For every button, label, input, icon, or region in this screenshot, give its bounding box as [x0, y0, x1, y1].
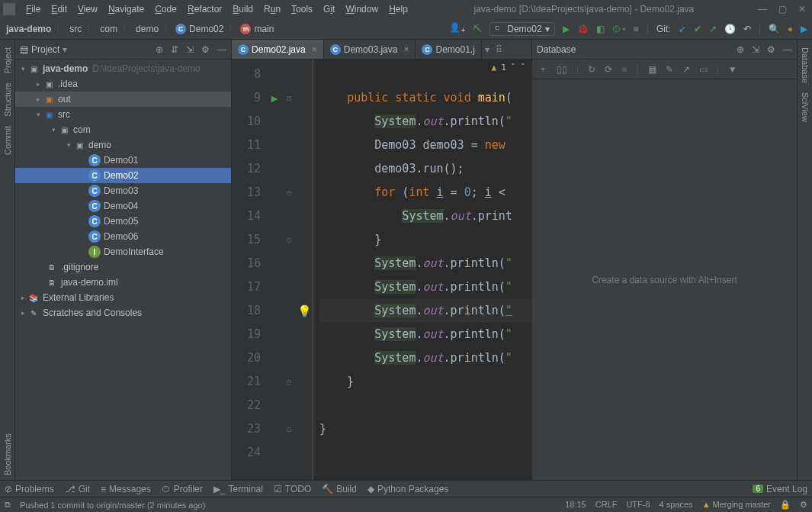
project-panel-title[interactable]: Project [31, 44, 59, 55]
crumb-class[interactable]: Demo02 [188, 22, 225, 36]
lightbulb-icon[interactable]: 💡 [297, 304, 312, 318]
stop-icon[interactable]: ■ [634, 24, 639, 34]
rail-commit[interactable]: Commit [3, 121, 12, 159]
indent-setting[interactable]: 4 spaces [660, 500, 693, 510]
menu-help[interactable]: Help [384, 2, 412, 16]
editor-tab-demo01[interactable]: C Demo01.j [416, 40, 481, 59]
tree-out[interactable]: ▸▣ out [15, 92, 231, 107]
tab-todo[interactable]: ☑ TODO [274, 484, 311, 494]
window-close[interactable]: ✕ [795, 4, 809, 14]
tree-gitignore[interactable]: 🗎.gitignore [15, 259, 231, 275]
table-icon[interactable]: ▦ [648, 64, 656, 75]
tab-problems[interactable]: ⊘ Problems [5, 484, 54, 494]
menu-tools[interactable]: Tools [287, 2, 317, 16]
tree-iml[interactable]: 🗎java-demo.iml [15, 275, 231, 290]
tree-src[interactable]: ▾▣ src [15, 107, 231, 122]
refresh-icon[interactable]: ↻ [588, 64, 595, 75]
window-minimize[interactable]: — [756, 4, 769, 14]
jump-icon[interactable]: ↗ [682, 64, 690, 75]
down-icon[interactable]: ˇ [520, 63, 525, 72]
up-icon[interactable]: ˆ [511, 63, 516, 72]
menu-navigate[interactable]: Navigate [104, 2, 149, 16]
bulb-gutter[interactable]: 💡 [296, 60, 313, 480]
tree-class-demo06[interactable]: CDemo06 [15, 229, 231, 244]
rail-database[interactable]: Database [801, 43, 810, 88]
tab-build[interactable]: 🔨 Build [322, 484, 357, 494]
expand-all-icon[interactable]: ⇵ [171, 44, 178, 55]
crumb-src[interactable]: src [68, 22, 83, 36]
rail-bookmarks[interactable]: Bookmarks [3, 429, 12, 480]
caret-position[interactable]: 18:15 [565, 500, 586, 510]
editor-tab-demo02[interactable]: C Demo02.java × [232, 40, 324, 59]
locate-icon[interactable]: ⊕ [737, 44, 744, 55]
git-push-icon[interactable]: ↗ [709, 24, 717, 34]
ide-features-icon[interactable]: ▶ [801, 24, 807, 34]
git-history-icon[interactable]: 🕓 [724, 24, 736, 34]
git-update-icon[interactable]: ↙ [679, 24, 686, 34]
rail-structure[interactable]: Structure [3, 78, 12, 121]
run-gutter[interactable]: ▶ [267, 60, 282, 480]
toolwindow-toggle-icon[interactable]: ⧉ [5, 500, 11, 510]
chevron-down-icon[interactable]: ▾ [63, 44, 67, 55]
file-encoding[interactable]: UTF-8 [626, 500, 650, 510]
git-rollback-icon[interactable]: ↶ [743, 24, 751, 34]
tree-com[interactable]: ▾▣ com [15, 122, 231, 137]
tree-demo[interactable]: ▾▣ demo [15, 137, 231, 153]
tab-profiler[interactable]: ⏲ Profiler [162, 484, 203, 494]
update-available-icon[interactable]: ● [788, 24, 793, 34]
git-commit-icon[interactable]: ✔ [694, 24, 701, 34]
tab-list-icon[interactable]: ⠿ [496, 44, 502, 55]
menu-build[interactable]: Build [228, 2, 258, 16]
tree-idea[interactable]: ▸▣ .idea [15, 76, 231, 92]
line-separator[interactable]: CRLF [595, 500, 618, 510]
more-tabs-icon[interactable]: ▾ [485, 44, 489, 55]
hide-panel-icon[interactable]: — [783, 44, 792, 55]
edit-icon[interactable]: ✎ [666, 64, 673, 75]
tree-external-libs[interactable]: ▸📚 External Libraries [15, 290, 231, 305]
tree-class-demo03[interactable]: CDemo03 [15, 183, 231, 198]
fold-gutter[interactable]: ⊟⊟⊡⊡⊡ [282, 60, 296, 480]
build-icon[interactable]: ⛏ [473, 24, 482, 34]
git-branch[interactable]: ▲ Merging master [702, 500, 771, 510]
profile-icon[interactable]: ⏲▾ [612, 24, 626, 34]
add-config-icon[interactable]: 👤+ [449, 22, 465, 34]
stop-icon[interactable]: ■ [621, 64, 627, 75]
rail-project[interactable]: Project [3, 43, 12, 78]
console-icon[interactable]: ▭ [699, 64, 708, 75]
tab-messages[interactable]: ≡ Messages [101, 484, 151, 494]
sync-icon[interactable]: ⟳ [605, 64, 612, 75]
select-opened-icon[interactable]: ⊕ [156, 44, 163, 55]
menu-window[interactable]: Window [341, 2, 383, 16]
editor-tab-demo03[interactable]: C Demo03.java × [324, 40, 416, 59]
add-datasource-icon[interactable]: ＋ [538, 63, 547, 76]
menu-code[interactable]: Code [150, 2, 181, 16]
menu-git[interactable]: Git [319, 2, 339, 16]
filter-icon[interactable]: ▼ [728, 64, 737, 75]
editor-gutter[interactable]: 89101112131415161718192021222324 ▶ ⊟⊟⊡⊡⊡… [232, 60, 313, 480]
project-tree[interactable]: ▾▣ java-demo D:\IdeaProjects\java-demo ▸… [15, 60, 231, 480]
close-icon[interactable]: × [309, 44, 317, 55]
inspection-widget[interactable]: ▲ 1 ˆ ˇ [489, 63, 529, 72]
run-config-selector[interactable]: C Demo02 ▾ [489, 22, 554, 36]
menu-refactor[interactable]: Refactor [183, 2, 226, 16]
crumb-com[interactable]: com [98, 22, 119, 36]
tree-class-demo02[interactable]: CDemo02 [15, 168, 231, 183]
rail-sciview[interactable]: SciView [801, 88, 810, 127]
editor-body[interactable]: ▲ 1 ˆ ˇ 89101112131415161718192021222324… [232, 60, 531, 480]
crumb-demo[interactable]: demo [134, 22, 160, 36]
window-maximize[interactable]: ▢ [775, 4, 789, 14]
code-area[interactable]: public static void main( System.out.prin… [313, 60, 531, 480]
crumb-method[interactable]: main [252, 22, 275, 36]
gear-icon[interactable]: ⚙ [201, 44, 210, 55]
gear-icon[interactable]: ⚙ [767, 44, 775, 55]
menu-view[interactable]: View [73, 2, 102, 16]
lock-icon[interactable]: 🔒 [780, 500, 791, 510]
tab-python[interactable]: ◆ Python Packages [367, 484, 448, 494]
run-line-icon[interactable]: ▶ [271, 92, 278, 105]
menu-run[interactable]: Run [259, 2, 285, 16]
tab-event-log[interactable]: 6 Event Log [753, 484, 807, 494]
tree-class-demo04[interactable]: CDemo04 [15, 198, 231, 214]
tree-class-demo01[interactable]: CDemo01 [15, 153, 231, 168]
tree-class-demo05[interactable]: CDemo05 [15, 214, 231, 229]
run-icon[interactable]: ▶ [563, 24, 570, 34]
